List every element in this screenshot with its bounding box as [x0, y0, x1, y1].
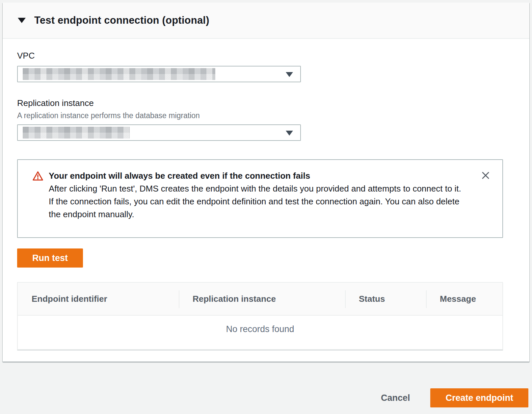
warning-title: Your endpoint will always be created eve…: [49, 169, 466, 182]
replication-instance-selected-value-redacted: [23, 127, 130, 139]
footer-actions: Cancel Create endpoint: [381, 388, 528, 407]
warning-triangle-icon: [32, 169, 43, 221]
column-header-status: Status: [345, 283, 426, 315]
run-test-button[interactable]: Run test: [17, 248, 83, 268]
replication-instance-label: Replication instance: [17, 98, 515, 108]
warning-alert: Your endpoint will always be created eve…: [17, 159, 503, 238]
section-body: VPC Replication instance A replication i…: [3, 39, 529, 350]
section-header-test-endpoint-connection[interactable]: Test endpoint connection (optional): [3, 3, 529, 39]
vpc-select[interactable]: [17, 66, 301, 82]
create-endpoint-button[interactable]: Create endpoint: [430, 388, 528, 407]
column-header-replication-instance: Replication instance: [179, 283, 345, 315]
test-endpoint-connection-panel: Test endpoint connection (optional) VPC …: [3, 3, 529, 362]
warning-body: After clicking 'Run test', DMS creates t…: [49, 182, 466, 221]
table-header-row: Endpoint identifier Replication instance…: [18, 283, 502, 316]
section-title: Test endpoint connection (optional): [34, 14, 209, 26]
test-results-table: Endpoint identifier Replication instance…: [17, 282, 503, 350]
cancel-button[interactable]: Cancel: [381, 393, 410, 403]
vpc-label: VPC: [17, 39, 515, 61]
dropdown-caret-icon: [286, 131, 293, 136]
column-header-message: Message: [426, 283, 502, 315]
replication-instance-select[interactable]: [17, 124, 301, 141]
warning-content: Your endpoint will always be created eve…: [49, 169, 466, 221]
vpc-selected-value-redacted: [23, 68, 215, 80]
collapse-caret-icon: [18, 18, 26, 23]
column-header-endpoint-identifier: Endpoint identifier: [18, 283, 179, 315]
dropdown-caret-icon: [286, 72, 293, 77]
table-empty-state: No records found: [18, 316, 502, 349]
replication-instance-description: A replication instance performs the data…: [17, 111, 515, 120]
close-icon[interactable]: [480, 170, 491, 181]
